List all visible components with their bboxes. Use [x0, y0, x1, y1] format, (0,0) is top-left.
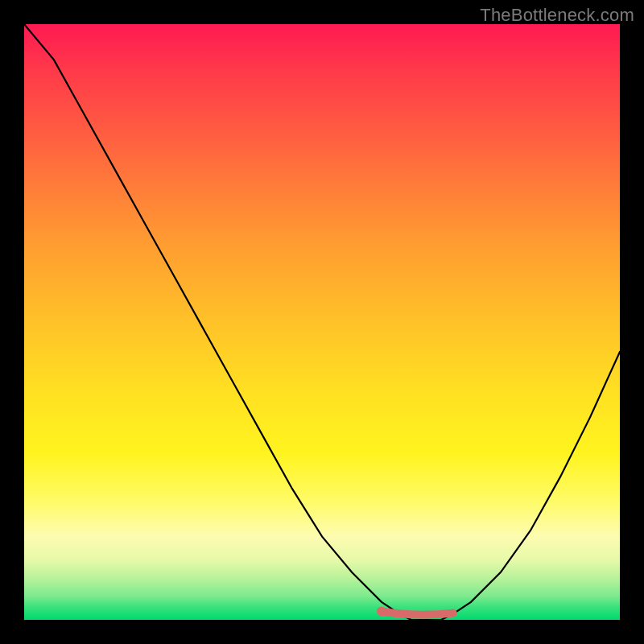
highlight-dot	[377, 607, 386, 617]
curve-path	[24, 24, 620, 620]
bottleneck-curve	[24, 24, 620, 620]
plot-area	[24, 24, 620, 620]
highlight-segment	[382, 612, 453, 615]
chart-frame: TheBottleneck.com	[0, 0, 644, 644]
attribution-text: TheBottleneck.com	[480, 5, 634, 26]
